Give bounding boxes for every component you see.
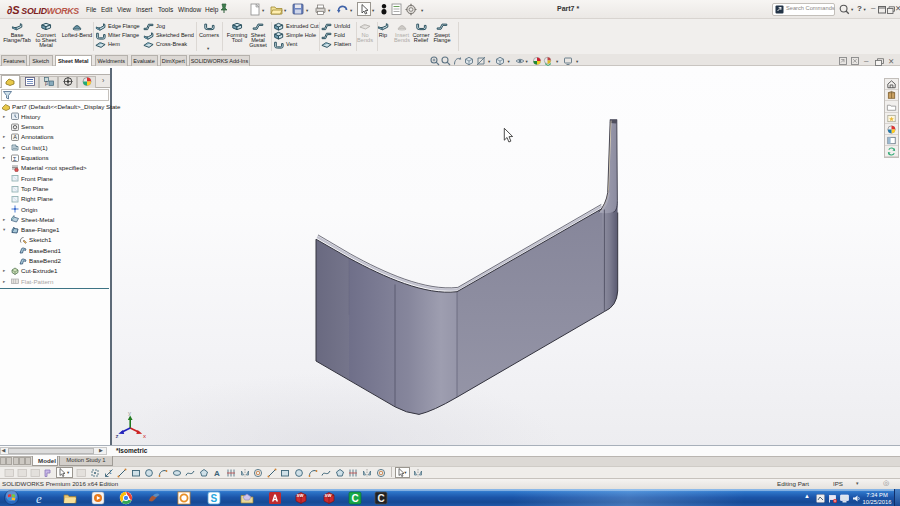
svg-text:A: A [214, 469, 220, 478]
svg-text:e: e [36, 491, 42, 505]
svg-text:SW: SW [297, 493, 304, 498]
svg-text:A: A [13, 134, 17, 140]
svg-text:β: β [45, 80, 48, 86]
svg-text:y: y [128, 410, 131, 416]
svg-text:S: S [210, 493, 217, 504]
svg-text:z: z [116, 433, 119, 439]
svg-text:C: C [377, 493, 384, 504]
svg-text:C: C [351, 493, 358, 504]
svg-text:SW: SW [325, 493, 332, 498]
svg-text:Σ: Σ [13, 155, 17, 161]
svg-text:x: x [143, 433, 146, 439]
